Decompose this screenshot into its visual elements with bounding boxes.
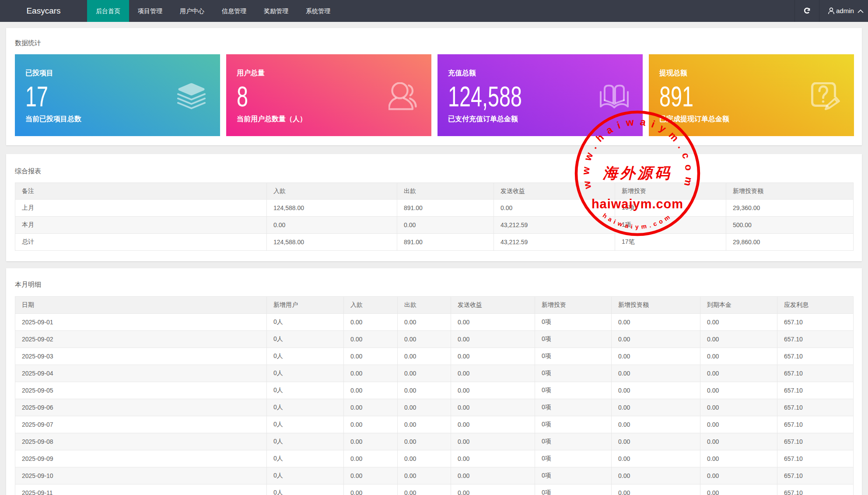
svg-text:haiwaiym.com: haiwaiym.com xyxy=(592,197,683,211)
svg-text:海外源码: 海外源码 xyxy=(602,165,672,181)
svg-text:haiwaiym.com: haiwaiym.com xyxy=(602,212,674,230)
